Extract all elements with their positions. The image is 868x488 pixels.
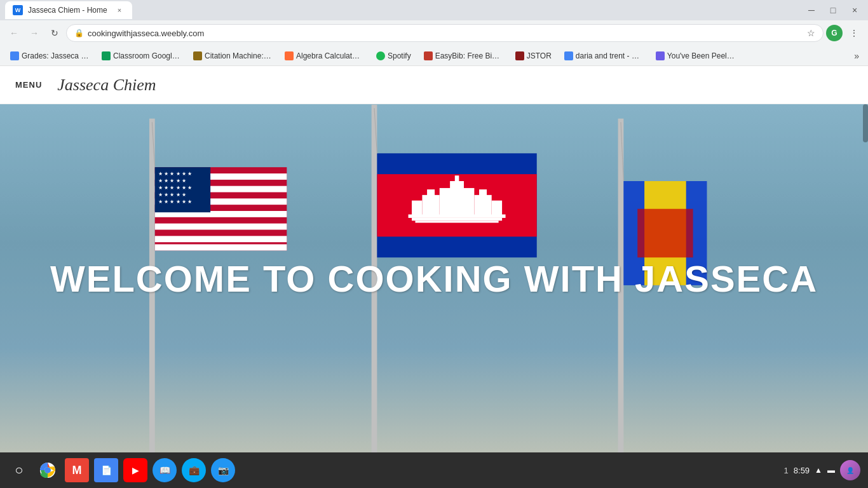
svg-text:★ ★ ★ ★ ★: ★ ★ ★ ★ ★ [158, 192, 186, 198]
svg-rect-7 [155, 224, 287, 230]
bookmarks-bar: Grades: Jasseca Chie Classroom Google (a… [0, 46, 868, 66]
svg-rect-22 [422, 195, 439, 216]
bookmark-algebra[interactable]: Algebra Calculator - M [280, 50, 369, 62]
bookmark-label-spotify: Spotify [388, 51, 411, 60]
taskbar-play[interactable]: 📖 [153, 458, 177, 482]
bookmark-star-icon[interactable]: ☆ [807, 28, 815, 38]
bookmark-label-grades: Grades: Jasseca Chie [22, 51, 89, 60]
wifi-icon: ▲ [815, 466, 822, 475]
launcher-button[interactable]: ○ [8, 459, 31, 482]
svg-rect-28 [409, 214, 506, 217]
chrome-icon [39, 462, 56, 478]
svg-rect-21 [455, 175, 459, 182]
site-logo: Jasseca Chiem [57, 76, 156, 95]
taskbar: ○ M 📄 [0, 452, 868, 488]
bookmark-citation[interactable]: Citation Machine: Fo [188, 50, 277, 62]
bookmark-favicon-spotify [376, 51, 385, 60]
google-account-button[interactable]: G [826, 25, 843, 41]
camera-icon: 📷 [218, 465, 229, 475]
tab-close-button[interactable]: × [114, 5, 125, 15]
menu-button[interactable]: MENU [15, 80, 42, 90]
taskbar-chrome[interactable] [36, 458, 60, 482]
bookmark-label-citation: Citation Machine: Fo [205, 51, 272, 60]
bookmark-label-jstor: JSTOR [527, 51, 552, 60]
browser-tab[interactable]: W Jasseca Chiem - Home × [5, 1, 132, 19]
svg-rect-34 [637, 209, 693, 257]
bookmark-label-daria: daria and trent - Goo [576, 51, 643, 60]
svg-rect-19 [440, 188, 475, 216]
tab-title: Jasseca Chiem - Home [28, 6, 109, 15]
svg-rect-29 [412, 218, 502, 220]
docs-icon: 📄 [101, 465, 112, 475]
bookmarks-more-button[interactable]: » [850, 49, 863, 63]
title-bar: W Jasseca Chiem - Home × ─ □ × [0, 0, 868, 20]
bookmark-label-classroom: Classroom Google (a [113, 51, 180, 60]
address-bar[interactable]: 🔒 cookingwithjasseca.weebly.com ☆ [66, 24, 824, 42]
taskbar-docs[interactable]: 📄 [94, 458, 118, 482]
bookmark-grades[interactable]: Grades: Jasseca Chie [5, 50, 94, 62]
back-button[interactable]: ← [5, 24, 23, 42]
svg-rect-24 [474, 195, 491, 216]
bookmark-favicon-citation [193, 51, 202, 60]
taskbar-time: 8:59 [794, 466, 810, 475]
svg-text:★ ★ ★ ★ ★: ★ ★ ★ ★ ★ [158, 178, 186, 184]
chrome-menu-button[interactable]: ⋮ [845, 24, 863, 42]
site-header: MENU Jasseca Chiem [0, 66, 868, 104]
hero-title: WELCOME TO COOKING WITH JASSECA [50, 257, 818, 300]
taskbar-gmail[interactable]: M [65, 458, 89, 482]
svg-point-40 [45, 468, 50, 473]
svg-rect-23 [427, 189, 435, 198]
address-text: cookingwithjasseca.weebly.com [88, 29, 803, 38]
bookmark-jstor[interactable]: JSTOR [510, 50, 557, 62]
svg-text:★ ★ ★ ★ ★ ★: ★ ★ ★ ★ ★ ★ [158, 199, 192, 205]
hero-section: ★ ★ ★ ★ ★ ★ ★ ★ ★ ★ ★ ★ ★ ★ ★ ★ ★ ★ ★ ★ … [0, 104, 868, 452]
bookmark-daria[interactable]: daria and trent - Goo [559, 50, 648, 62]
lock-icon: 🔒 [74, 29, 84, 37]
browser-window: W Jasseca Chiem - Home × ─ □ × ← → ↻ 🔒 c… [0, 0, 868, 488]
bookmark-favicon-peeling [656, 51, 665, 60]
svg-text:★ ★ ★ ★ ★ ★: ★ ★ ★ ★ ★ ★ [158, 185, 192, 191]
taskbar-camera[interactable]: 📷 [211, 458, 235, 482]
nav-extras: G ⋮ [826, 24, 863, 42]
svg-rect-30 [415, 220, 498, 222]
svg-rect-20 [450, 181, 464, 191]
bookmark-label-algebra: Algebra Calculator - M [296, 51, 363, 60]
reload-button[interactable]: ↻ [46, 24, 64, 42]
bookmark-classroom[interactable]: Classroom Google (a [97, 50, 186, 62]
forward-button[interactable]: → [25, 24, 43, 42]
battery-icon: ▬ [827, 466, 835, 475]
taskbar-files[interactable]: 💼 [182, 458, 206, 482]
gmail-icon: M [72, 464, 82, 477]
svg-rect-8 [155, 236, 287, 242]
website-content: MENU Jasseca Chiem [0, 66, 868, 452]
bookmark-favicon-grades [10, 51, 19, 60]
svg-rect-25 [479, 189, 487, 198]
taskbar-youtube[interactable]: ▶ [123, 458, 147, 482]
bookmark-peeling[interactable]: You've Been Peeling a [651, 50, 740, 62]
bookmark-favicon-easybib [424, 51, 433, 60]
bookmark-favicon-jstor [515, 51, 524, 60]
bookmark-spotify[interactable]: Spotify [371, 50, 416, 62]
svg-rect-9 [155, 244, 287, 250]
svg-rect-26 [412, 201, 422, 216]
bookmark-favicon-daria [564, 51, 573, 60]
tab-favicon: W [13, 5, 23, 15]
scrollbar-track[interactable] [863, 104, 868, 452]
play-icon: 📖 [159, 465, 170, 475]
window-count: 1 [784, 466, 789, 475]
bookmark-label-easybib: EasyBib: Free Bibliog [435, 51, 503, 60]
bookmark-favicon-classroom [102, 51, 111, 60]
youtube-icon: ▶ [132, 465, 139, 475]
bookmark-easybib[interactable]: EasyBib: Free Bibliog [419, 50, 508, 62]
taskbar-right: 1 8:59 ▲ ▬ 👤 [784, 460, 860, 480]
maximize-button[interactable]: □ [825, 2, 841, 18]
svg-text:★ ★ ★ ★ ★ ★: ★ ★ ★ ★ ★ ★ [158, 171, 192, 177]
minimize-button[interactable]: ─ [803, 2, 820, 18]
files-icon: 💼 [189, 465, 200, 475]
close-button[interactable]: × [846, 2, 863, 18]
window-controls: ─ □ × [803, 2, 863, 18]
scrollbar-thumb[interactable] [863, 104, 868, 142]
bookmark-label-peeling: You've Been Peeling a [667, 51, 735, 60]
bookmark-favicon-algebra [285, 51, 294, 60]
user-avatar[interactable]: 👤 [840, 460, 860, 480]
